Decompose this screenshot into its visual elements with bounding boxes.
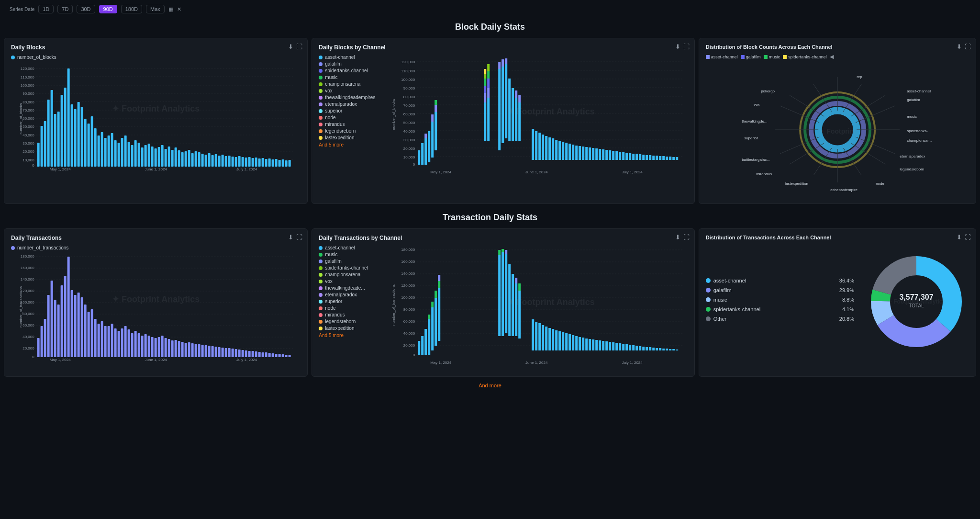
panel4-icons: ⬇ ⛶ (288, 234, 302, 241)
svg-rect-135 (425, 134, 427, 138)
download-icon[interactable]: ⬇ (288, 43, 293, 50)
tx-legend-node: node (319, 305, 381, 311)
download-icon4[interactable]: ⬇ (288, 234, 293, 241)
svg-text:90,000: 90,000 (22, 91, 34, 96)
svg-rect-65 (171, 150, 174, 167)
daily-tx-chart: 180,000 160,000 140,000 120,000 100,000 … (11, 252, 301, 363)
svg-rect-44 (101, 132, 103, 167)
svg-rect-292 (111, 324, 113, 357)
svg-rect-186 (602, 149, 605, 160)
btn-30d[interactable]: 30D (77, 5, 95, 13)
and-more-link[interactable]: And more (0, 379, 980, 392)
tx-channel-chart: number_of_transactions 180,000 160,000 1… (386, 245, 687, 371)
arrow-right-icon[interactable]: ◀ (830, 54, 834, 60)
svg-rect-54 (134, 140, 137, 167)
svg-rect-280 (71, 290, 73, 357)
panel1-icons: ⬇ ⛶ (288, 43, 302, 50)
expand-icon4[interactable]: ⛶ (296, 234, 302, 241)
btn-1d[interactable]: 1D (38, 5, 54, 13)
expand-icon2[interactable]: ⛶ (683, 43, 690, 50)
tx-legend-legends: legendsreborn (319, 319, 381, 324)
svg-rect-150 (488, 79, 490, 88)
svg-rect-39 (84, 119, 87, 167)
svg-rect-28 (47, 100, 50, 167)
svg-text:number_of_transactions: number_of_transactions (392, 284, 396, 326)
svg-rect-415 (599, 340, 601, 350)
svg-text:10,000: 10,000 (403, 155, 415, 159)
btn-max[interactable]: Max (146, 5, 165, 13)
svg-rect-343 (282, 354, 284, 357)
calendar-icon[interactable]: ▦ (168, 6, 173, 12)
svg-rect-73 (198, 152, 200, 167)
svg-rect-293 (114, 328, 117, 357)
svg-rect-392 (515, 278, 518, 283)
tx-legend-vox: vox (319, 279, 381, 284)
donut-legend-asset: asset-channel 36.4% (706, 278, 854, 283)
svg-rect-89 (252, 158, 254, 167)
svg-rect-377 (432, 302, 434, 307)
svg-rect-404 (562, 332, 565, 350)
svg-text:championsаr...: championsаr... (907, 138, 932, 143)
legend-dot-tx (11, 246, 15, 250)
tx-channel-more[interactable]: And 5 more (319, 333, 381, 338)
svg-rect-172 (556, 140, 558, 160)
svg-rect-379 (435, 291, 437, 298)
svg-rect-80 (222, 155, 224, 167)
svg-rect-165 (532, 129, 535, 160)
btn-90d[interactable]: 90D (99, 5, 117, 13)
svg-rect-279 (67, 257, 70, 357)
svg-text:number_of_transactions: number_of_transactions (19, 286, 23, 327)
download-icon6[interactable]: ⬇ (957, 234, 962, 241)
svg-rect-77 (212, 155, 214, 167)
svg-rect-329 (235, 349, 237, 357)
donut-legend-spidertanks: spidertanks-channel 4.1% (706, 306, 854, 312)
blocks-channel-more[interactable]: And 5 more (319, 142, 381, 147)
btn-180d[interactable]: 180D (121, 5, 142, 13)
expand-icon[interactable]: ⛶ (296, 43, 302, 50)
expand-icon5[interactable]: ⛶ (683, 234, 690, 241)
svg-text:number_of_blocks: number_of_blocks (392, 99, 396, 130)
svg-text:lastexpedition: lastexpedition (785, 181, 808, 186)
svg-text:120,000: 120,000 (401, 60, 415, 64)
close-icon[interactable]: ✕ (177, 6, 181, 12)
svg-rect-174 (562, 142, 565, 160)
expand-icon3[interactable]: ⛶ (965, 43, 971, 50)
svg-rect-421 (619, 343, 622, 350)
svg-rect-76 (208, 153, 211, 167)
svg-rect-284 (84, 305, 87, 357)
svg-text:50,000: 50,000 (403, 121, 415, 125)
svg-text:May 1, 2024: May 1, 2024 (50, 358, 71, 362)
svg-text:superior: superior (744, 136, 758, 140)
svg-rect-97 (278, 160, 281, 167)
svg-text:June 1, 2024: June 1, 2024 (145, 358, 167, 362)
btn-7d[interactable]: 7D (57, 5, 73, 13)
expand-icon6[interactable]: ⛶ (965, 234, 971, 241)
svg-rect-205 (666, 157, 668, 160)
daily-blocks-title: Daily Blocks (11, 44, 301, 51)
svg-rect-434 (663, 349, 665, 350)
donut-pct-asset: 36.4% (839, 278, 854, 283)
svg-rect-344 (285, 355, 288, 357)
download-icon2[interactable]: ⬇ (675, 43, 680, 50)
svg-text:spidertanks-: spidertanks- (907, 129, 928, 133)
svg-rect-339 (268, 353, 271, 357)
svg-rect-71 (191, 153, 194, 167)
svg-rect-428 (643, 347, 645, 350)
svg-rect-72 (195, 151, 197, 167)
svg-rect-177 (572, 145, 575, 160)
svg-rect-391 (515, 283, 518, 336)
legend-node: node (319, 115, 381, 120)
donut-chart-container: 3,577,307 TOTAL ✦ Footprint Analytics (864, 249, 969, 354)
svg-rect-27 (44, 121, 46, 167)
svg-rect-194 (629, 153, 632, 160)
daily-blocks-panel: Daily Blocks ⬇ ⛶ number_of_blocks 120,00… (4, 38, 308, 204)
svg-text:180,000: 180,000 (21, 254, 34, 259)
svg-rect-47 (111, 133, 113, 167)
donut-label-other: Other (713, 316, 836, 322)
daily-tx-channel-title: Daily Transactions by Channel (319, 235, 687, 241)
svg-rect-175 (566, 143, 568, 160)
download-icon5[interactable]: ⬇ (675, 234, 680, 241)
svg-rect-45 (104, 138, 107, 167)
svg-rect-318 (198, 344, 200, 357)
download-icon3[interactable]: ⬇ (957, 43, 962, 50)
